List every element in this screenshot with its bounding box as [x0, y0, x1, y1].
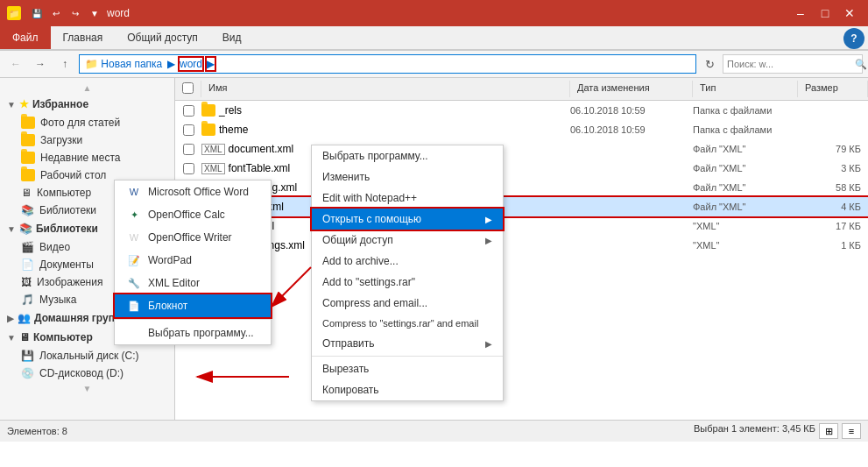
- ctx-compress-email[interactable]: Compress and email...: [312, 293, 503, 314]
- ctx-word[interactable]: W Microsoft Office Word: [115, 180, 271, 203]
- help-button[interactable]: ?: [843, 28, 864, 49]
- search-input[interactable]: [723, 59, 851, 69]
- choose-icon: [125, 326, 143, 340]
- scroll-down-btn[interactable]: ▼: [0, 382, 174, 395]
- file-row-numbering[interactable]: XML numbering.xml Файл "XML" 58 КБ: [175, 178, 868, 197]
- ctx-xmleditor[interactable]: 🔧 XML Editor: [115, 272, 271, 294]
- file-type-theme: Папка с файлами: [693, 124, 798, 135]
- file-row-rels[interactable]: _rels 06.10.2018 10:59 Папка с файлами: [175, 101, 868, 120]
- undo-quick-btn[interactable]: ↩: [47, 4, 65, 22]
- sidebar-item-recent[interactable]: Недавние места: [0, 149, 174, 166]
- notepad-icon: 📄: [125, 299, 143, 313]
- sidebar-item-downloads[interactable]: Загрузки: [0, 131, 174, 149]
- ctx-wordpad[interactable]: 📝 WordPad: [115, 249, 271, 272]
- sidebar-item-photos[interactable]: Фото для статей: [0, 114, 174, 131]
- close-button[interactable]: ✕: [838, 4, 861, 22]
- tab-file[interactable]: Файл: [0, 26, 51, 49]
- file-name-rels: _rels: [201, 104, 570, 117]
- col-type-header[interactable]: Тип: [693, 81, 798, 97]
- ctx-calc[interactable]: ✦ OpenOffice Calc: [115, 203, 271, 226]
- crumb-newfolder[interactable]: Новая папка: [101, 58, 162, 70]
- file-type-settings: Файл "XML": [693, 202, 798, 212]
- app-icon: 📁: [7, 6, 21, 20]
- ctx-add-archive[interactable]: Add to archive...: [312, 251, 503, 272]
- context-menu-main: Выбрать программу... Изменить Edit with …: [311, 145, 504, 401]
- window-controls: – □ ✕: [789, 4, 861, 22]
- file-type-websettings: "XML": [693, 240, 798, 251]
- file-row-fonttable[interactable]: XML fontTable.xml Файл "XML" 3 КБ: [175, 159, 868, 178]
- view-list-btn[interactable]: ≡: [842, 423, 861, 439]
- submenu-arrow-send: ▶: [485, 339, 492, 349]
- ctx-edit[interactable]: Изменить: [312, 166, 503, 188]
- col-date-header[interactable]: Дата изменения: [570, 81, 693, 97]
- maximize-button[interactable]: □: [814, 4, 836, 22]
- view-large-icon-btn[interactable]: ⊞: [819, 423, 838, 439]
- file-date-theme: 06.10.2018 10:59: [570, 124, 693, 135]
- ctx-cut[interactable]: Вырезать: [312, 358, 503, 379]
- ctx-compress-rar-email[interactable]: Compress to "settings.rar" and email: [312, 314, 503, 333]
- folder-icon-theme: [201, 124, 215, 136]
- sidebar-item-cd-d[interactable]: 💿 CD-дисковод (D:): [0, 364, 174, 382]
- sidebar-images-label: Изображения: [37, 276, 102, 288]
- sidebar-local-c-label: Локальный диск (C:): [39, 350, 139, 362]
- ctx-writer[interactable]: W OpenOffice Writer: [115, 226, 271, 249]
- file-row-websettings[interactable]: XML webSettings.xml "XML" 1 КБ: [175, 236, 868, 255]
- sidebar-downloads-label: Загрузки: [40, 134, 82, 146]
- crumb-word[interactable]: word: [180, 58, 202, 70]
- tab-view[interactable]: Вид: [210, 26, 254, 49]
- col-name-header[interactable]: Имя: [201, 81, 570, 97]
- sidebar-item-local-c[interactable]: 💾 Локальный диск (C:): [0, 347, 174, 364]
- forward-button[interactable]: →: [30, 54, 51, 74]
- ctx-choose-program[interactable]: Выбрать программу...: [312, 145, 503, 166]
- calc-icon: ✦: [125, 208, 143, 222]
- ctx-choose-program-footer[interactable]: Выбрать программу...: [115, 322, 271, 344]
- address-box[interactable]: 📁 Новая папка ▶ word ▶: [79, 54, 696, 74]
- sidebar-music-label: Музыка: [39, 294, 76, 306]
- xmleditor-icon: 🔧: [125, 276, 143, 290]
- drive-d-icon: 💿: [21, 367, 34, 379]
- redo-quick-btn[interactable]: ↪: [67, 4, 84, 22]
- wordpad-icon: 📝: [125, 253, 143, 267]
- tab-share[interactable]: Общий доступ: [115, 26, 210, 49]
- up-button[interactable]: ↑: [54, 54, 75, 74]
- search-icon: 🔍: [851, 59, 868, 70]
- ctx-add-rar[interactable]: Add to "settings.rar": [312, 272, 503, 293]
- save-quick-btn[interactable]: 💾: [28, 4, 46, 22]
- back-button[interactable]: ←: [5, 54, 26, 74]
- tab-home[interactable]: Главная: [51, 26, 116, 49]
- file-row-document[interactable]: XML document.xml Файл "XML" 79 КБ: [175, 139, 868, 159]
- minimize-button[interactable]: –: [789, 4, 812, 22]
- ctx-copy[interactable]: Копировать: [312, 379, 503, 400]
- video-icon: 🎬: [21, 241, 34, 253]
- ctx-separator-2: [312, 356, 503, 357]
- ctx-share[interactable]: Общий доступ ▶: [312, 230, 503, 251]
- file-size-fonttable: 3 КБ: [798, 163, 868, 173]
- ctx-send-to[interactable]: Отправить ▶: [312, 333, 503, 354]
- dropdown-quick-btn[interactable]: ▼: [86, 4, 103, 22]
- file-row-settings[interactable]: XML settings.xml Файл "XML" 4 КБ: [175, 197, 868, 216]
- file-type-rels: Папка с файлами: [693, 105, 798, 116]
- scroll-up-btn[interactable]: ▲: [0, 81, 174, 95]
- favorites-label: Избранное: [32, 98, 88, 110]
- select-all-checkbox[interactable]: [182, 82, 194, 94]
- ctx-notepad[interactable]: 📄 Блокнот: [115, 294, 271, 317]
- sidebar-video-label: Видео: [39, 241, 70, 253]
- file-row-styles[interactable]: XML styles.xml "XML" 17 КБ: [175, 216, 868, 236]
- ctx-notepadpp[interactable]: Edit with Notepad++: [312, 188, 503, 209]
- search-box[interactable]: 🔍: [723, 54, 863, 74]
- title-bar: 📁 💾 ↩ ↪ ▼ word – □ ✕: [0, 0, 868, 26]
- col-check: [175, 81, 201, 97]
- file-check-rels: [175, 105, 201, 117]
- images-icon: 🖼: [21, 276, 32, 288]
- ctx-open-with[interactable]: Открыть с помощью ▶: [312, 209, 503, 230]
- refresh-button[interactable]: ↻: [700, 54, 719, 74]
- ctx-separator-1: [115, 319, 271, 320]
- col-size-header[interactable]: Размер: [798, 81, 868, 97]
- context-submenu-programs: W Microsoft Office Word ✦ OpenOffice Cal…: [114, 180, 272, 345]
- file-row-theme[interactable]: theme 06.10.2018 10:59 Папка с файлами: [175, 120, 868, 139]
- file-size-styles: 17 КБ: [798, 221, 868, 231]
- favorites-header[interactable]: ▼ ★ Избранное: [0, 95, 174, 114]
- folder-icon: [21, 134, 35, 146]
- homegroup-label: Домашняя груп...: [34, 312, 123, 324]
- file-type-styles: "XML": [693, 221, 798, 231]
